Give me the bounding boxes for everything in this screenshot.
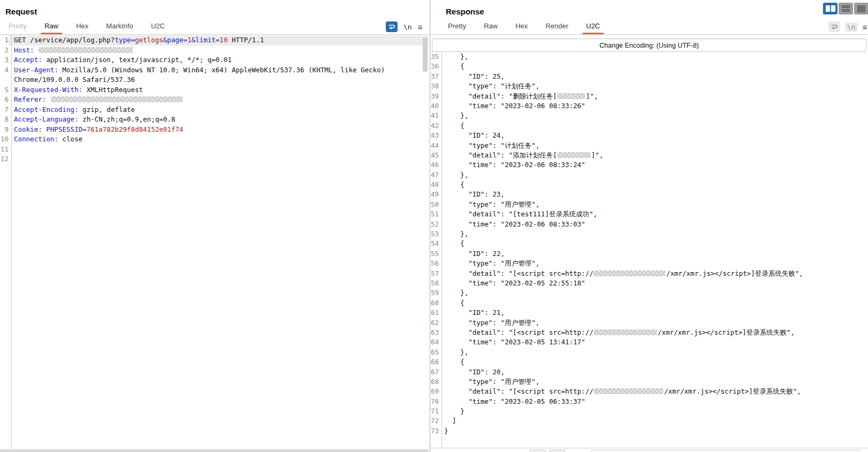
wrap-lines-button[interactable] (828, 21, 840, 32)
line-number: 43 (430, 131, 439, 140)
tab-u2c[interactable]: U2C (585, 20, 601, 34)
line-content: X-Requested-With: XMLHttpRequest (9, 85, 429, 95)
line-content: "time": "2023-02-06 08:33:03" (439, 220, 868, 229)
code-line: 49 "ID": 23, (430, 190, 868, 199)
code-line: 67 "ID": 20, (430, 367, 868, 377)
code-line: 43 "ID": 24, (430, 131, 868, 140)
line-number: 36 (430, 62, 439, 71)
line-number: 56 (430, 259, 439, 268)
split-columns-button[interactable] (823, 3, 837, 14)
line-number: 53 (430, 229, 439, 239)
redacted-text (594, 388, 663, 394)
tab-render[interactable]: Render (544, 20, 570, 34)
code-line: 41 }, (430, 111, 868, 120)
code-line: 56 "type": "用户管理", (430, 259, 868, 268)
request-header: Request PrettyRawHexMarkInfoU2C \n ≡ (0, 0, 429, 35)
line-content: }, (439, 229, 868, 239)
code-line: 66 { (430, 357, 868, 367)
tab-hex[interactable]: Hex (514, 20, 529, 34)
response-toolbar: \n ≡ (828, 21, 866, 32)
line-content: "time": "2023-02-05 22:55:18" (439, 278, 868, 288)
redacted-text (557, 152, 590, 158)
line-content: }, (439, 170, 868, 180)
line-number: 57 (430, 269, 439, 278)
bottom-bar-button[interactable] (549, 450, 565, 452)
rows-icon (842, 5, 850, 8)
code-line: 1GET /service/app/log.php?type=getlogs&p… (0, 35, 429, 46)
wrap-lines-button[interactable] (386, 21, 398, 32)
line-number: 42 (430, 121, 439, 131)
wrap-lines-icon (830, 24, 838, 30)
newline-toggle-button[interactable]: \n (845, 22, 858, 32)
line-content: }, (439, 348, 868, 357)
line-content: "type": "计划任务", (439, 141, 868, 150)
line-number: 67 (430, 367, 439, 377)
line-content: "type": "计划任务", (439, 81, 868, 91)
line-content: "detail": "[<script src=http:///xmr/xmr.… (439, 387, 868, 396)
menu-icon[interactable]: ≡ (418, 22, 422, 32)
bottom-bar-button[interactable] (529, 450, 545, 452)
code-line: 57 "detail": "[<script src=http:///xmr/x… (430, 269, 868, 278)
code-line: 42 { (430, 121, 868, 131)
redacted-text (557, 93, 585, 99)
line-content: Host: (9, 46, 429, 56)
single-pane-button[interactable] (854, 3, 868, 14)
line-number: 61 (430, 308, 439, 318)
request-editor[interactable]: 1GET /service/app/log.php?type=getlogs&p… (0, 35, 429, 449)
code-line: 61 "ID": 21, (430, 308, 868, 318)
tab-u2c[interactable]: U2C (150, 20, 166, 34)
code-line: 12 (0, 154, 429, 164)
code-line: 7Accept-Encoding: gzip, deflate (0, 105, 429, 115)
code-line: 44 "type": "计划任务", (430, 141, 868, 150)
line-content: { (439, 239, 868, 248)
code-line: 10Connection: close (0, 134, 429, 145)
redacted-text (39, 47, 133, 53)
line-content: User-Agent: Mozilla/5.0 (Windows NT 10.0… (9, 65, 429, 76)
line-content: "type": "用户管理", (439, 200, 868, 209)
code-line: 48 { (430, 180, 868, 190)
line-number: 44 (430, 141, 439, 150)
line-number: 68 (430, 377, 439, 387)
code-line: 68 "type": "用户管理", (430, 377, 868, 387)
line-number: 49 (430, 190, 439, 199)
menu-icon[interactable]: ≡ (863, 22, 867, 32)
code-line: 46 "time": "2023-02-06 08:33:24" (430, 160, 868, 170)
code-line: 45 "detail": "添加计划任务[]", (430, 150, 868, 160)
tab-raw[interactable]: Raw (483, 20, 499, 34)
line-content: Chrome/109.0.0.0 Safari/537.36 (9, 75, 429, 85)
code-line: 37 "ID": 25, (430, 72, 868, 81)
line-content: Accept: application/json, text/javascrip… (9, 55, 429, 65)
line-content: { (439, 62, 868, 71)
tab-pretty[interactable]: Pretty (8, 20, 28, 34)
tab-markinfo[interactable]: MarkInfo (105, 20, 134, 34)
response-editor[interactable]: 35 },36 {37 "ID": 25,38 "type": "计划任务",3… (430, 52, 868, 448)
bottom-bar-search-input[interactable] (591, 450, 861, 452)
line-content (9, 154, 429, 164)
line-number: 41 (430, 111, 439, 120)
line-content: }, (439, 111, 868, 120)
line-number: 1 (0, 35, 9, 46)
request-vertical-scrollbar[interactable] (423, 37, 428, 72)
line-content: Accept-Encoding: gzip, deflate (9, 105, 429, 115)
line-number: 39 (430, 92, 439, 101)
line-number: 37 (430, 72, 439, 81)
line-number: 4 (0, 65, 9, 76)
line-content: "ID": 20, (439, 367, 868, 377)
line-content: }, (439, 288, 868, 298)
split-rows-button[interactable] (839, 3, 853, 14)
code-line: 73} (430, 426, 868, 436)
line-number: 66 (430, 357, 439, 367)
line-content: } (439, 426, 868, 436)
line-content: { (439, 298, 868, 308)
tab-raw[interactable]: Raw (43, 20, 59, 34)
tab-pretty[interactable]: Pretty (447, 20, 467, 34)
newline-toggle-button[interactable]: \n (403, 23, 412, 31)
tab-hex[interactable]: Hex (75, 20, 89, 34)
request-horizontal-scrollbar[interactable] (0, 449, 429, 452)
code-line: 36 { (430, 62, 868, 71)
line-number: 72 (430, 416, 439, 426)
change-encoding-button[interactable]: Change Encoding: (Using UTF-8) (432, 39, 866, 52)
code-line: 40 "time": "2023-02-06 08:33:26" (430, 101, 868, 111)
response-panel: Response PrettyRawHexRenderU2C \n ≡ Chan… (430, 0, 868, 452)
columns-icon (831, 5, 835, 12)
